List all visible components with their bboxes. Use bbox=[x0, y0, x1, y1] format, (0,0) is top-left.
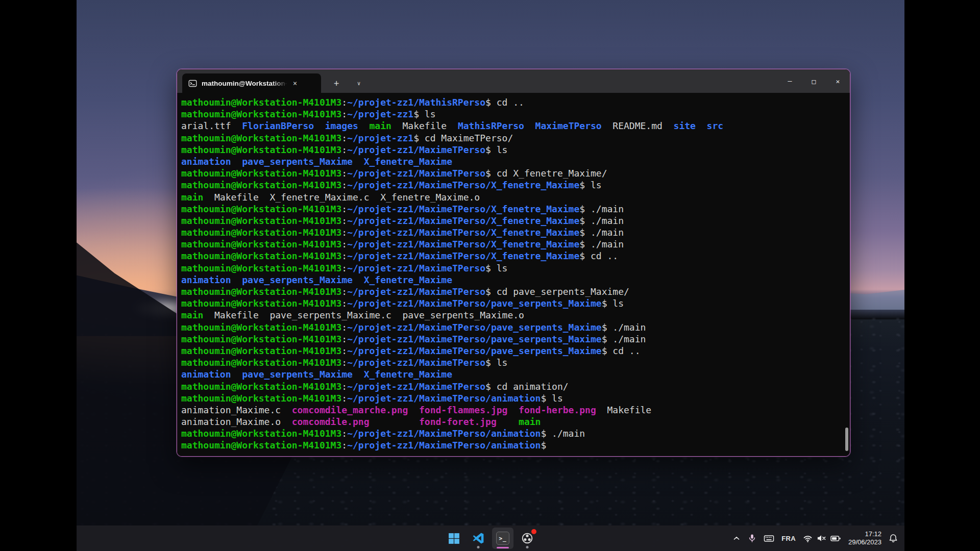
terminal-window: mathoumin@Workstation-M4 × + ∨ ─ □ × mat… bbox=[177, 69, 850, 457]
touch-keyboard-button[interactable] bbox=[760, 529, 778, 548]
terminal-line: mathoumin@Workstation-M4101M3:~/projet-z… bbox=[181, 381, 848, 392]
terminal-line: mathoumin@Workstation-M4101M3:~/projet-z… bbox=[181, 357, 848, 368]
tab-dropdown-icon[interactable]: ∨ bbox=[351, 76, 367, 91]
terminal-line: mathoumin@Workstation-M4101M3:~/projet-z… bbox=[181, 144, 848, 156]
terminal-tab[interactable]: mathoumin@Workstation-M4 × bbox=[182, 73, 321, 93]
tray-overflow-button[interactable] bbox=[729, 529, 744, 548]
terminal-line: main Makefile X_fenetre_Maxime.c X_fenet… bbox=[181, 191, 848, 203]
keyboard-icon bbox=[764, 534, 774, 543]
vscode-icon bbox=[472, 532, 485, 545]
letterbox-left bbox=[0, 0, 77, 551]
microphone-icon bbox=[748, 534, 756, 543]
terminal-line: mathoumin@Workstation-M4101M3:~/projet-z… bbox=[181, 428, 848, 439]
maximize-button[interactable]: □ bbox=[802, 69, 826, 93]
vscode-running-indicator bbox=[477, 546, 480, 548]
scrollbar-thumb[interactable] bbox=[845, 428, 848, 451]
terminal-tab-icon bbox=[188, 79, 197, 88]
clock-time: 17:12 bbox=[865, 530, 881, 538]
letterbox-right bbox=[904, 0, 980, 551]
taskbar: >_ bbox=[77, 525, 904, 551]
volume-muted-icon bbox=[817, 534, 826, 542]
terminal-line: mathoumin@Workstation-M4101M3:~/projet-z… bbox=[181, 333, 848, 345]
battery-icon bbox=[830, 535, 841, 542]
terminal-line: mathoumin@Workstation-M4101M3:~/projet-z… bbox=[181, 392, 848, 404]
terminal-line: animation pave_serpents_Maxime X_fenetre… bbox=[181, 156, 848, 167]
terminal-line: animation pave_serpents_Maxime X_fenetre… bbox=[181, 368, 848, 380]
window-controls: ─ □ × bbox=[778, 69, 850, 93]
terminal-line: mathoumin@Workstation-M4101M3:~/projet-z… bbox=[181, 321, 848, 333]
network-volume-battery-button[interactable] bbox=[799, 529, 845, 548]
system-tray: FRA bbox=[729, 525, 901, 551]
terminal-line: mathoumin@Workstation-M4101M3:~/projet-z… bbox=[181, 108, 848, 120]
terminal-line: mathoumin@Workstation-M4101M3:~/projet-z… bbox=[181, 227, 848, 238]
obs-taskbar-button[interactable] bbox=[517, 528, 538, 549]
close-button[interactable]: × bbox=[826, 69, 850, 93]
terminal-line: mathoumin@Workstation-M4101M3:~/projet-z… bbox=[181, 238, 848, 250]
wifi-icon bbox=[803, 534, 813, 543]
clock-calendar-button[interactable]: 17:12 29/06/2023 bbox=[845, 529, 885, 548]
clock-date: 29/06/2023 bbox=[848, 538, 881, 546]
terminal-line: mathoumin@Workstation-M4101M3:~/projet-z… bbox=[181, 297, 848, 309]
terminal-line: mathoumin@Workstation-M4101M3:~/projet-z… bbox=[181, 439, 848, 451]
terminal-line: mathoumin@Workstation-M4101M3:~/projet-z… bbox=[181, 179, 848, 191]
terminal-content[interactable]: mathoumin@Workstation-M4101M3:~/projet-z… bbox=[177, 93, 850, 456]
terminal-line: arial.ttf FlorianBPerso images main Make… bbox=[181, 120, 848, 132]
notification-bell-icon bbox=[889, 534, 898, 543]
terminal-line: mathoumin@Workstation-M4101M3:~/projet-z… bbox=[181, 132, 848, 144]
terminal-line: mathoumin@Workstation-M4101M3:~/projet-z… bbox=[181, 203, 848, 215]
terminal-line: animation_Maxime.o comcomdile.png fond-f… bbox=[181, 416, 848, 428]
terminal-output: mathoumin@Workstation-M4101M3:~/projet-z… bbox=[177, 93, 850, 452]
obs-recording-badge bbox=[531, 529, 536, 534]
new-tab-button[interactable]: + bbox=[328, 76, 345, 91]
taskbar-app-icons: >_ bbox=[443, 525, 538, 551]
terminal-line: mathoumin@Workstation-M4101M3:~/projet-z… bbox=[181, 262, 848, 274]
terminal-line: main Makefile pave_serpents_Maxime.c pav… bbox=[181, 309, 848, 321]
window-titlebar[interactable]: mathoumin@Workstation-M4 × + ∨ ─ □ × bbox=[177, 69, 850, 93]
desktop: mathoumin@Workstation-M4 × + ∨ ─ □ × mat… bbox=[0, 0, 980, 551]
quick-settings-icons bbox=[803, 534, 841, 543]
language-label: FRA bbox=[781, 535, 796, 542]
clock: 17:12 29/06/2023 bbox=[848, 530, 881, 547]
windows-terminal-icon: >_ bbox=[496, 532, 509, 545]
tab-close-button[interactable]: × bbox=[288, 77, 302, 90]
notification-center-button[interactable] bbox=[885, 529, 901, 548]
language-switcher[interactable]: FRA bbox=[778, 529, 799, 548]
terminal-line: mathoumin@Workstation-M4101M3:~/projet-z… bbox=[181, 96, 848, 108]
obs-running-indicator bbox=[526, 546, 529, 548]
microphone-in-use-button[interactable] bbox=[744, 529, 760, 548]
terminal-line: mathoumin@Workstation-M4101M3:~/projet-z… bbox=[181, 250, 848, 262]
terminal-active-indicator bbox=[497, 547, 509, 549]
terminal-taskbar-button[interactable]: >_ bbox=[492, 528, 513, 549]
start-button[interactable] bbox=[443, 528, 464, 549]
windows-logo-icon bbox=[448, 532, 460, 545]
chevron-up-icon bbox=[732, 534, 741, 542]
vscode-taskbar-button[interactable] bbox=[468, 528, 489, 549]
terminal-line: animation_Maxime.c comcomdile_marche.png… bbox=[181, 404, 848, 416]
minimize-button[interactable]: ─ bbox=[778, 69, 802, 93]
terminal-line: mathoumin@Workstation-M4101M3:~/projet-z… bbox=[181, 167, 848, 179]
terminal-line: mathoumin@Workstation-M4101M3:~/projet-z… bbox=[181, 345, 848, 357]
terminal-line: animation pave_serpents_Maxime X_fenetre… bbox=[181, 274, 848, 286]
terminal-line: mathoumin@Workstation-M4101M3:~/projet-z… bbox=[181, 215, 848, 227]
tab-title: mathoumin@Workstation-M4 bbox=[202, 80, 287, 87]
terminal-line: mathoumin@Workstation-M4101M3:~/projet-z… bbox=[181, 286, 848, 297]
